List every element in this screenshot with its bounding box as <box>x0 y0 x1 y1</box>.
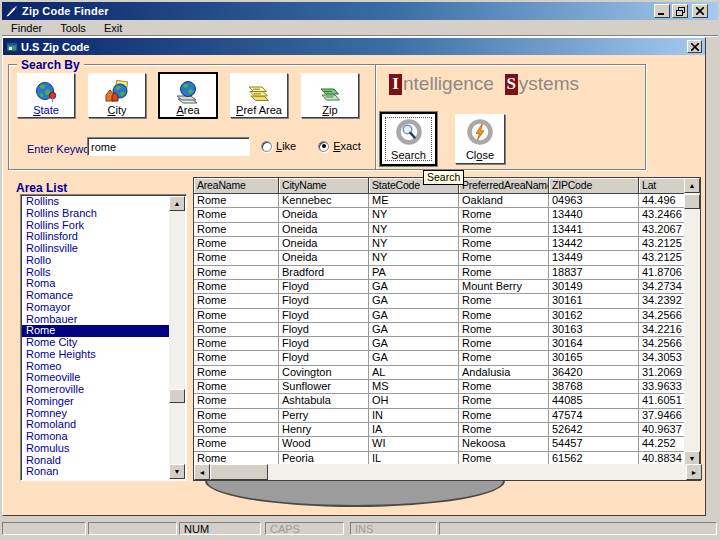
globe-pin-icon <box>33 80 59 104</box>
scroll-thumb[interactable] <box>169 389 185 403</box>
table-cell: NY <box>369 251 459 265</box>
table-row[interactable]: RomeOneidaNYRome1344243.2125 <box>194 237 685 251</box>
status-caps-indicator: CAPS <box>265 522 344 535</box>
minimize-button[interactable] <box>654 4 670 18</box>
table-cell: Rome <box>459 380 549 394</box>
brand-initial: S <box>505 74 518 95</box>
scroll-down-icon[interactable]: ▼ <box>169 464 185 479</box>
city-search-button[interactable]: City <box>88 73 146 118</box>
close-window-button[interactable] <box>692 4 708 18</box>
grid-hscroll-thumb[interactable] <box>210 464 268 480</box>
search-type-label: Area <box>176 104 199 116</box>
search-button[interactable]: Search <box>380 112 437 166</box>
area-search-button[interactable]: Area <box>159 73 217 118</box>
grid-scroll-up-icon[interactable]: ▲ <box>684 178 700 193</box>
child-close-button[interactable] <box>687 40 702 53</box>
table-row[interactable]: RomeOneidaNYRome1344043.2466 <box>194 208 685 222</box>
table-row[interactable]: RomeOneidaNYRome1344943.2125 <box>194 251 685 265</box>
table-row[interactable]: RomeFloydGARome3016534.3053 <box>194 351 685 365</box>
keyword-input[interactable] <box>87 137 250 156</box>
brand-word: ystems <box>519 73 579 95</box>
notes-green-icon <box>316 80 344 104</box>
lightning-icon <box>465 118 495 148</box>
grid-vertical-scrollbar[interactable]: ▲ ▼ <box>684 178 700 466</box>
table-row[interactable]: RomeFloydGARome3016134.2392 <box>194 294 685 308</box>
zip-search-button[interactable]: Zip <box>301 73 359 118</box>
column-header-lat[interactable]: Lat <box>639 178 685 194</box>
restore-button[interactable] <box>672 4 688 18</box>
table-cell: 44085 <box>549 394 639 408</box>
area-listbox[interactable]: RollinsRollins BranchRollins ForkRollins… <box>20 194 187 481</box>
table-row[interactable]: RomeFloydGAMount Berry3014934.2734 <box>194 280 685 294</box>
table-row[interactable]: RomeFloydGARome3016234.2566 <box>194 309 685 323</box>
list-item[interactable]: Romance <box>22 290 169 302</box>
table-cell: Oneida <box>279 237 369 251</box>
column-header-zipcode[interactable]: ZIPCode <box>549 178 639 194</box>
table-row[interactable]: RomePerryINRome4757437.9466 <box>194 409 685 423</box>
menu-exit[interactable]: Exit <box>95 21 131 35</box>
table-cell: 43.2067 <box>639 223 685 237</box>
state-search-button[interactable]: State <box>17 73 75 118</box>
table-row[interactable]: RomeHenryIARome5264240.9637 <box>194 423 685 437</box>
table-cell: Henry <box>279 423 369 437</box>
list-scrollbar[interactable]: ▲ ▼ <box>169 196 185 479</box>
grid-vscroll-thumb[interactable] <box>684 194 700 209</box>
table-cell: NY <box>369 237 459 251</box>
list-item[interactable]: Rome City <box>22 337 169 349</box>
table-cell: Rome <box>459 223 549 237</box>
list-item[interactable]: Rollins <box>22 196 169 208</box>
table-cell: 34.2566 <box>639 309 685 323</box>
table-row[interactable]: RomeWoodWINekoosa5445744.252 <box>194 437 685 451</box>
list-item[interactable]: Rollo <box>22 255 169 267</box>
list-item[interactable]: Rominger <box>22 396 169 408</box>
table-row[interactable]: RomeOneidaNYRome1344143.2067 <box>194 223 685 237</box>
search-type-label: Pref Area <box>236 104 282 116</box>
table-cell: Rome <box>459 208 549 222</box>
table-row[interactable]: RomeKennebecMEOakland0496344.496 <box>194 194 685 208</box>
table-cell: 33.9633 <box>639 380 685 394</box>
table-cell: ME <box>369 194 459 208</box>
table-cell: 43.2466 <box>639 208 685 222</box>
table-row[interactable]: RomeCovingtonALAndalusia3642031.2069 <box>194 366 685 380</box>
list-item[interactable]: Rollins Branch <box>22 208 169 220</box>
list-item[interactable]: Romona <box>22 431 169 443</box>
table-cell: 47574 <box>549 409 639 423</box>
list-item[interactable]: Rome Heights <box>22 349 169 361</box>
column-header-preferredareaname[interactable]: PreferredAreaName <box>459 178 549 194</box>
results-grid: AreaNameCityNameStateCodePreferredAreaNa… <box>193 177 701 481</box>
notes-yellow-icon <box>245 80 273 104</box>
table-cell: AL <box>369 366 459 380</box>
exact-radio[interactable]: Exact <box>318 140 361 152</box>
table-row[interactable]: RomeFloydGARome3016334.2216 <box>194 323 685 337</box>
table-cell: Rome <box>459 323 549 337</box>
table-cell: Oakland <box>459 194 549 208</box>
table-row[interactable]: RomeBradfordPARome1883741.8706 <box>194 266 685 280</box>
table-row[interactable]: RomeFloydGARome3016434.2566 <box>194 337 685 351</box>
table-cell: Rome <box>194 323 279 337</box>
scroll-up-icon[interactable]: ▲ <box>169 196 185 211</box>
grid-scroll-right-icon[interactable]: ► <box>686 464 702 480</box>
table-cell: Oneida <box>279 208 369 222</box>
table-cell: 13449 <box>549 251 639 265</box>
table-row[interactable]: RomeSunflowerMSRome3876833.9633 <box>194 380 685 394</box>
list-item[interactable]: Romulus <box>22 443 169 455</box>
menu-tools[interactable]: Tools <box>51 21 95 35</box>
table-cell: 43.2125 <box>639 251 685 265</box>
column-header-cityname[interactable]: CityName <box>279 178 369 194</box>
table-cell: 18837 <box>549 266 639 280</box>
column-header-areaname[interactable]: AreaName <box>194 178 279 194</box>
close-button[interactable]: Close <box>455 114 505 164</box>
table-cell: IN <box>369 409 459 423</box>
list-item[interactable]: Rollinsville <box>22 243 169 255</box>
grid-scroll-left-icon[interactable]: ◄ <box>194 464 210 480</box>
table-cell: 43.2125 <box>639 237 685 251</box>
table-cell: Rome <box>459 409 549 423</box>
grid-horizontal-scrollbar[interactable]: ◄ ► <box>194 464 702 480</box>
list-item[interactable]: Romeroville <box>22 384 169 396</box>
list-item[interactable]: Romayor <box>22 302 169 314</box>
pref-area-search-button[interactable]: Pref Area <box>230 73 288 118</box>
like-radio[interactable]: Like <box>261 140 296 152</box>
menu-finder[interactable]: Finder <box>2 21 51 35</box>
list-item[interactable]: Ronan <box>22 466 169 478</box>
table-row[interactable]: RomeAshtabulaOHRome4408541.6051 <box>194 394 685 408</box>
